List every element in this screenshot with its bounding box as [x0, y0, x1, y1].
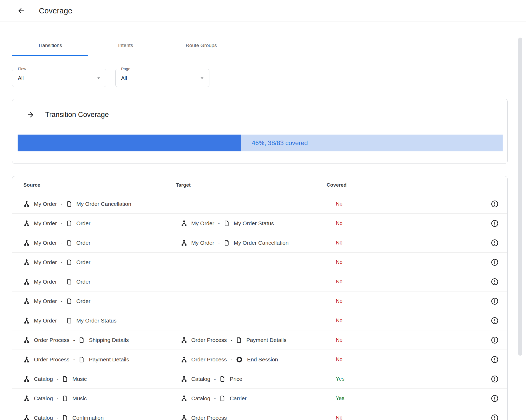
- flow-icon: [181, 395, 187, 402]
- row-info-button[interactable]: [491, 375, 499, 383]
- row-info-button[interactable]: [491, 278, 499, 286]
- source-page-name: Order: [76, 279, 91, 285]
- source-cell: My Order - Order: [23, 278, 176, 285]
- covered-value: No: [327, 337, 369, 343]
- covered-value: No: [327, 279, 369, 285]
- progress-label: 46%, 38/83 covered: [252, 139, 308, 147]
- target-flow-name: Catalog: [191, 395, 210, 402]
- row-info-button[interactable]: [491, 356, 499, 363]
- source-flow-name: My Order: [34, 298, 57, 304]
- separator-dash: -: [73, 356, 75, 363]
- page-icon: [219, 375, 225, 383]
- source-page-name: Order: [76, 259, 91, 265]
- back-button[interactable]: [16, 6, 26, 16]
- flow-icon: [23, 336, 30, 344]
- covered-value: No: [327, 220, 369, 226]
- target-page-name: End Session: [247, 356, 278, 363]
- source-cell: My Order - Order: [23, 220, 176, 227]
- page-icon: [66, 298, 72, 305]
- page-icon: [66, 220, 72, 227]
- flow-icon: [23, 259, 30, 266]
- separator-dash: -: [230, 337, 232, 343]
- coverage-table: Source Target Covered My Order - My Orde…: [12, 176, 508, 420]
- row-info-button[interactable]: [491, 258, 499, 266]
- row-info-button[interactable]: [491, 336, 499, 344]
- tab-intents[interactable]: Intents: [88, 22, 163, 56]
- page-icon: [79, 336, 85, 344]
- table-row: My Order - My Order Status: [12, 311, 507, 330]
- tab-route-groups[interactable]: Route Groups: [163, 22, 239, 56]
- page-icon: [224, 220, 230, 227]
- table-row: My Order - Order: [12, 253, 507, 272]
- flow-icon: [23, 200, 30, 208]
- transition-coverage-card: Transition Coverage 46%, 38/83 covered: [12, 99, 508, 164]
- source-cell: My Order - My Order Status: [23, 317, 176, 324]
- row-info-button[interactable]: [491, 317, 499, 325]
- dropdown-arrow-icon: [95, 75, 102, 81]
- error-outline-icon: [491, 200, 499, 208]
- source-page-name: Order: [76, 298, 91, 304]
- flow-icon: [23, 278, 30, 285]
- source-page-name: Order: [76, 220, 91, 227]
- source-cell: Catalog - Music: [23, 395, 176, 402]
- flow-icon: [181, 239, 187, 247]
- row-info-button[interactable]: [491, 414, 499, 420]
- page-icon: [236, 336, 242, 344]
- target-cell: My Order - My Order Status: [176, 220, 327, 227]
- target-page-name: Payment Details: [246, 337, 286, 343]
- covered-value: No: [327, 415, 369, 420]
- page-icon: [62, 395, 68, 402]
- target-flow-name: Order Process: [191, 337, 227, 343]
- page-icon: [219, 395, 225, 402]
- separator-dash: -: [61, 279, 63, 285]
- separator-dash: -: [56, 376, 58, 382]
- column-header-covered: Covered: [327, 182, 369, 188]
- page-select-value: All: [121, 75, 127, 81]
- covered-value: No: [327, 259, 369, 265]
- error-outline-icon: [491, 317, 499, 325]
- covered-value: No: [327, 356, 369, 362]
- arrow-forward-icon: [27, 111, 35, 119]
- separator-dash: -: [61, 240, 63, 246]
- row-info-button[interactable]: [491, 395, 499, 402]
- separator-dash: -: [61, 259, 63, 265]
- separator-dash: -: [61, 220, 63, 227]
- row-info-button[interactable]: [491, 200, 499, 208]
- table-body: My Order - My Order Cancellation: [12, 194, 507, 420]
- coverage-card-header: Transition Coverage: [27, 111, 507, 119]
- tab-transitions[interactable]: Transitions: [12, 22, 88, 56]
- page-select-label: Page: [119, 66, 132, 71]
- covered-value: Yes: [327, 376, 369, 382]
- page-icon: [224, 239, 230, 247]
- separator-dash: -: [218, 240, 220, 246]
- error-outline-icon: [491, 297, 499, 305]
- page-select[interactable]: Page All: [115, 69, 209, 87]
- target-page-name: Carrier: [230, 395, 246, 402]
- row-info-button[interactable]: [491, 297, 499, 305]
- scrollbar-thumb[interactable]: [518, 38, 522, 356]
- flow-icon: [181, 375, 187, 383]
- source-cell: My Order - Order: [23, 239, 176, 247]
- row-info-button[interactable]: [491, 239, 499, 247]
- table-row: Catalog - Confirmation Order Process: [12, 408, 507, 420]
- page-icon: [66, 239, 72, 247]
- source-flow-name: My Order: [34, 259, 57, 265]
- source-flow-name: My Order: [34, 317, 57, 324]
- page-icon: [79, 356, 85, 363]
- row-info-button[interactable]: [491, 219, 499, 227]
- progress-fill: [18, 135, 241, 151]
- coverage-card-title: Transition Coverage: [45, 111, 109, 119]
- target-flow-name: Order Process: [191, 356, 227, 363]
- flow-icon: [23, 220, 30, 227]
- flow-icon: [181, 356, 187, 363]
- source-flow-name: Catalog: [34, 415, 53, 420]
- arrow-back-icon: [17, 7, 25, 15]
- target-cell: My Order - My Order Cancellation: [176, 239, 327, 247]
- source-cell: Catalog - Confirmation: [23, 414, 176, 420]
- target-flow-name: Catalog: [191, 376, 210, 382]
- page-icon: [62, 414, 68, 420]
- target-flow-name: My Order: [191, 220, 214, 227]
- table-row: My Order - Order: [12, 291, 507, 311]
- error-outline-icon: [491, 258, 499, 266]
- flow-select[interactable]: Flow All: [12, 69, 106, 87]
